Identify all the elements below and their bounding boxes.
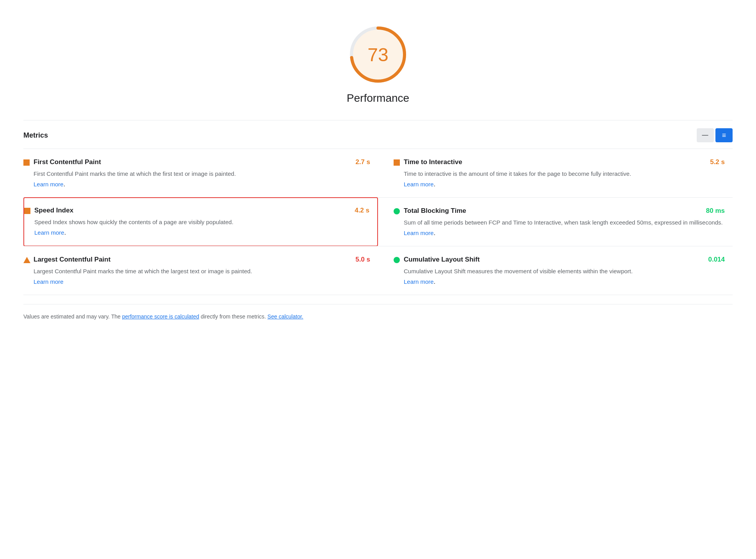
metric-fcp: First Contentful Paint 2.7 s First Conte… xyxy=(23,149,378,198)
metric-fcp-title-group: First Contentful Paint xyxy=(23,158,101,166)
metric-tbt-title-group: Total Blocking Time xyxy=(394,207,466,215)
grid-icon: ≡ xyxy=(722,131,726,140)
metric-si-title-group: Speed Index xyxy=(24,207,73,214)
metric-si: Speed Index 4.2 s Speed Index shows how … xyxy=(23,197,378,246)
green-circle-icon-tbt xyxy=(394,208,400,214)
metric-tti-name: Time to Interactive xyxy=(404,158,462,166)
metric-lcp-title-group: Largest Contentful Paint xyxy=(23,256,110,264)
metric-cls-header: Cumulative Layout Shift 0.014 xyxy=(394,256,725,264)
metric-cls-name: Cumulative Layout Shift xyxy=(404,256,480,264)
metric-lcp-description: Largest Contentful Paint marks the time … xyxy=(34,267,370,276)
footer-text-after: directly from these metrics. xyxy=(199,313,268,320)
metric-fcp-name: First Contentful Paint xyxy=(34,158,101,166)
metric-lcp-header: Largest Contentful Paint 5.0 s xyxy=(23,256,370,264)
metric-tbt-link[interactable]: Learn more xyxy=(404,230,434,236)
metric-tti-title-group: Time to Interactive xyxy=(394,158,462,166)
metric-tti-description: Time to interactive is the amount of tim… xyxy=(404,169,725,179)
metric-tbt-header: Total Blocking Time 80 ms xyxy=(394,207,725,215)
orange-square-icon-si xyxy=(24,208,30,214)
performance-score-link[interactable]: performance score is calculated xyxy=(122,313,199,320)
score-label: Performance xyxy=(347,92,409,104)
metric-fcp-link[interactable]: Learn more xyxy=(34,181,64,188)
metric-lcp-name: Largest Contentful Paint xyxy=(34,256,110,264)
list-view-button[interactable]: — xyxy=(697,128,714,142)
metric-si-link[interactable]: Learn more xyxy=(34,229,64,236)
tti-period: . xyxy=(434,181,435,188)
metric-fcp-value: 2.7 s xyxy=(355,158,370,166)
metric-tbt-name: Total Blocking Time xyxy=(404,207,466,215)
grid-view-button[interactable]: ≡ xyxy=(715,128,733,142)
metric-tti-value: 5.2 s xyxy=(710,158,725,166)
cls-period: . xyxy=(434,278,435,285)
metric-si-name: Speed Index xyxy=(34,207,73,214)
score-value: 73 xyxy=(367,44,388,65)
metric-fcp-description: First Contentful Paint marks the time at… xyxy=(34,169,370,179)
metric-tbt-value: 80 ms xyxy=(706,207,725,215)
list-icon: — xyxy=(702,132,709,139)
footer-text-before: Values are estimated and may vary. The xyxy=(23,313,122,320)
fcp-period: . xyxy=(64,181,65,188)
metric-lcp-value: 5.0 s xyxy=(355,256,370,264)
metric-lcp: Largest Contentful Paint 5.0 s Largest C… xyxy=(23,246,378,295)
metric-cls: Cumulative Layout Shift 0.014 Cumulative… xyxy=(378,246,733,295)
metrics-header: Metrics — ≡ xyxy=(23,120,733,149)
metric-si-value: 4.2 s xyxy=(355,207,369,214)
orange-square-icon xyxy=(23,159,30,166)
metric-tti-link[interactable]: Learn more xyxy=(404,181,434,188)
metrics-grid: First Contentful Paint 2.7 s First Conte… xyxy=(23,149,733,295)
metric-tti: Time to Interactive 5.2 s Time to intera… xyxy=(378,149,733,198)
green-circle-icon-cls xyxy=(394,257,400,263)
metric-lcp-link[interactable]: Learn more xyxy=(34,278,64,285)
metric-cls-link[interactable]: Learn more xyxy=(404,278,434,285)
metric-cls-title-group: Cumulative Layout Shift xyxy=(394,256,480,264)
score-circle: 73 xyxy=(347,23,409,86)
orange-triangle-icon-lcp xyxy=(23,257,30,263)
metrics-title: Metrics xyxy=(23,131,48,140)
score-section: 73 Performance xyxy=(23,16,733,104)
metric-tbt: Total Blocking Time 80 ms Sum of all tim… xyxy=(378,197,733,246)
si-period: . xyxy=(64,229,66,236)
footer: Values are estimated and may vary. The p… xyxy=(23,304,733,321)
metric-cls-value: 0.014 xyxy=(708,256,725,264)
tbt-period: . xyxy=(434,230,435,236)
svg-marker-3 xyxy=(23,257,30,263)
metric-si-description: Speed Index shows how quickly the conten… xyxy=(34,218,369,227)
orange-square-icon-tti xyxy=(394,159,400,166)
see-calculator-link[interactable]: See calculator. xyxy=(268,313,303,320)
view-toggle: — ≡ xyxy=(697,128,733,142)
metric-cls-description: Cumulative Layout Shift measures the mov… xyxy=(404,267,725,276)
metric-fcp-header: First Contentful Paint 2.7 s xyxy=(23,158,370,166)
metric-tti-header: Time to Interactive 5.2 s xyxy=(394,158,725,166)
metric-si-header: Speed Index 4.2 s xyxy=(24,207,369,214)
metric-tbt-description: Sum of all time periods between FCP and … xyxy=(404,218,725,227)
